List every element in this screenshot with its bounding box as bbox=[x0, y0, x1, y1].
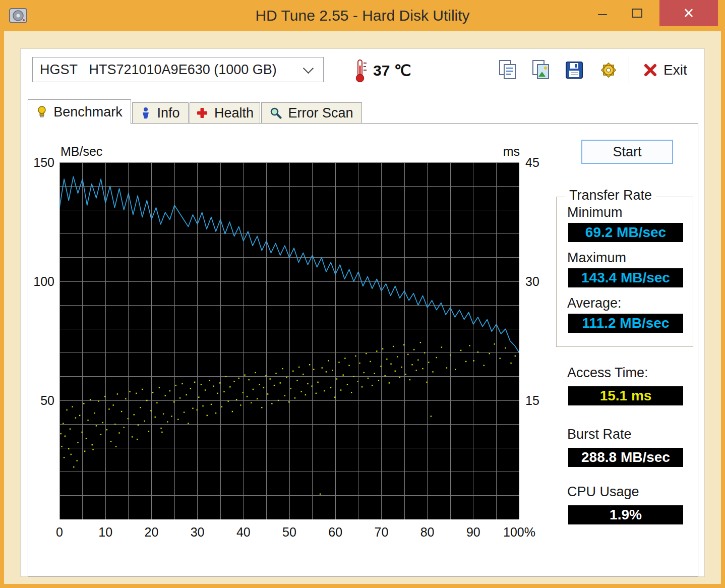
tab-health-label: Health bbox=[214, 105, 254, 121]
copy-text-button[interactable] bbox=[494, 56, 521, 84]
axis-tick: 15 bbox=[525, 393, 556, 408]
benchmark-icon bbox=[36, 105, 47, 119]
transfer-rate-group-title: Transfer Rate bbox=[565, 188, 656, 203]
minimum-value: 69.2 MB/sec bbox=[568, 223, 683, 242]
maximize-icon bbox=[632, 9, 642, 18]
save-icon bbox=[564, 60, 584, 80]
axis-tick: 80 bbox=[407, 524, 448, 540]
average-label: Average: bbox=[567, 296, 622, 311]
minimum-label: Minimum bbox=[567, 205, 623, 220]
drive-selector-value: HGST HTS721010A9E630 (1000 GB) bbox=[40, 62, 277, 78]
maximize-button[interactable] bbox=[624, 0, 649, 26]
maximum-value: 143.4 MB/sec bbox=[568, 268, 683, 287]
drive-selector[interactable]: HGST HTS721010A9E630 (1000 GB) bbox=[32, 57, 324, 82]
window-frame-bottom bbox=[0, 584, 725, 588]
health-icon bbox=[196, 107, 208, 119]
start-button[interactable]: Start bbox=[581, 140, 673, 164]
burst-rate-value: 288.8 MB/sec bbox=[568, 448, 683, 467]
axis-tick: 20 bbox=[131, 524, 171, 540]
axis-tick: 30 bbox=[177, 524, 218, 540]
error-scan-icon bbox=[270, 107, 282, 119]
copy-screenshot-button[interactable] bbox=[527, 56, 555, 84]
save-screenshot-button[interactable] bbox=[561, 56, 588, 84]
cpu-usage-value: 1.9% bbox=[568, 505, 683, 524]
axis-tick: 40 bbox=[223, 524, 264, 540]
window-frame-right bbox=[721, 0, 725, 588]
axis-tick: 45 bbox=[525, 155, 556, 170]
app-icon bbox=[8, 6, 28, 26]
toolbar-separator bbox=[629, 57, 629, 83]
tab-info-label: Info bbox=[157, 105, 179, 121]
axis-tick: 10 bbox=[85, 524, 126, 540]
axis-tick: 0 bbox=[39, 524, 80, 540]
exit-icon bbox=[643, 63, 657, 77]
thermometer-icon bbox=[353, 58, 370, 83]
right-axis-unit: ms bbox=[497, 144, 520, 159]
window-title: HD Tune 2.55 - Hard Disk Utility bbox=[0, 0, 725, 31]
tab-error-scan-label: Error Scan bbox=[288, 105, 353, 121]
minimize-icon: – bbox=[598, 4, 607, 23]
temperature-value: 37 ℃ bbox=[373, 58, 411, 83]
access-time-value: 15.1 ms bbox=[568, 386, 683, 405]
tab-health[interactable]: Health bbox=[190, 102, 260, 123]
tab-info[interactable]: Info bbox=[132, 102, 189, 123]
axis-tick: 90 bbox=[453, 524, 494, 540]
axis-tick: 70 bbox=[361, 524, 401, 540]
axis-tick: 100% bbox=[499, 524, 539, 540]
options-icon bbox=[598, 60, 619, 81]
copy-icon bbox=[498, 60, 518, 81]
axis-tick: 50 bbox=[17, 393, 54, 408]
axis-tick: 150 bbox=[17, 155, 54, 170]
close-button[interactable]: × bbox=[659, 0, 718, 26]
left-axis-unit: MB/sec bbox=[61, 144, 102, 159]
access-time-label: Access Time: bbox=[567, 365, 648, 381]
close-icon: × bbox=[683, 3, 694, 24]
chevron-down-icon bbox=[303, 63, 314, 73]
tab-benchmark-label: Benchmark bbox=[53, 104, 123, 120]
copy-screenshot-icon bbox=[531, 60, 551, 81]
window-frame-left bbox=[0, 0, 4, 588]
options-button[interactable] bbox=[595, 56, 622, 84]
titlebar[interactable]: HD Tune 2.55 - Hard Disk Utility bbox=[0, 0, 725, 31]
axis-tick: 30 bbox=[525, 274, 556, 289]
axis-tick: 100 bbox=[17, 274, 54, 289]
info-icon bbox=[141, 107, 151, 119]
maximum-label: Maximum bbox=[567, 250, 626, 266]
minimize-button[interactable]: – bbox=[590, 0, 615, 26]
tab-benchmark[interactable]: Benchmark bbox=[28, 99, 131, 124]
exit-label: Exit bbox=[663, 62, 687, 78]
benchmark-plot bbox=[59, 162, 519, 519]
start-button-label: Start bbox=[613, 144, 641, 160]
axis-tick: 60 bbox=[315, 524, 355, 540]
average-value: 111.2 MB/sec bbox=[568, 314, 683, 333]
exit-button[interactable]: Exit bbox=[643, 56, 687, 84]
tab-error-scan[interactable]: Error Scan bbox=[261, 102, 362, 123]
cpu-usage-label: CPU Usage bbox=[567, 484, 639, 500]
axis-tick: 50 bbox=[269, 524, 310, 540]
app-window: HD Tune 2.55 - Hard Disk Utility – × HGS… bbox=[0, 0, 725, 588]
burst-rate-label: Burst Rate bbox=[567, 427, 632, 442]
